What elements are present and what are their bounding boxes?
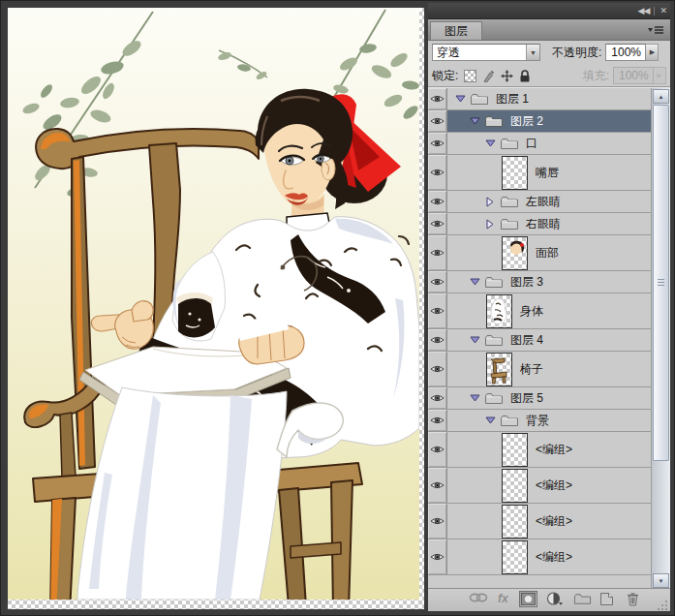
layer-row[interactable]: 图层 1: [428, 88, 670, 110]
opacity-arrow-button[interactable]: ▶: [646, 44, 659, 61]
delete-layer-button[interactable]: [627, 592, 639, 606]
new-group-button[interactable]: [573, 592, 592, 605]
visibility-toggle[interactable]: [428, 155, 447, 190]
visibility-toggle[interactable]: [428, 293, 447, 328]
visibility-toggle[interactable]: [428, 410, 447, 431]
layer-row-selected[interactable]: 图层 2: [428, 110, 670, 133]
layer-row[interactable]: 图层 4: [428, 329, 670, 352]
tab-layers[interactable]: 图层: [430, 21, 482, 40]
visibility-toggle[interactable]: [428, 88, 447, 109]
add-layer-mask-button[interactable]: [519, 591, 537, 607]
layer-thumbnail[interactable]: [502, 469, 528, 503]
visibility-toggle[interactable]: [428, 235, 447, 270]
layer-label: 图层 3: [510, 274, 543, 291]
layer-list: 图层 1 图层 2 口: [428, 87, 670, 588]
layer-row[interactable]: 嘴唇: [428, 155, 670, 191]
move-icon: [501, 70, 513, 82]
opacity-value: 100%: [611, 46, 641, 59]
visibility-toggle[interactable]: [428, 191, 447, 212]
expand-toggle[interactable]: [454, 93, 466, 105]
new-layer-button[interactable]: [599, 592, 614, 606]
layer-thumbnail[interactable]: [502, 433, 528, 467]
layer-row[interactable]: 身体: [428, 293, 670, 329]
expand-toggle[interactable]: [484, 415, 496, 426]
eye-icon: [430, 168, 445, 177]
layer-row[interactable]: 面部: [428, 235, 670, 271]
panel-titlebar: ◀◀ ✕: [428, 3, 670, 19]
layer-row[interactable]: 图层 3: [428, 271, 670, 293]
new-layer-icon: [599, 592, 614, 606]
scroll-down-button[interactable]: ▼: [653, 573, 669, 588]
panel-bottom-toolbar: fx: [428, 588, 670, 611]
layer-thumbnail[interactable]: [486, 294, 512, 328]
visibility-toggle[interactable]: [428, 271, 447, 293]
folder-icon: [484, 391, 504, 405]
layer-row[interactable]: 右眼睛: [428, 213, 670, 235]
chevron-down-icon[interactable]: ▼: [526, 45, 539, 60]
visibility-toggle[interactable]: [428, 539, 447, 574]
scrollbar-thumb[interactable]: [653, 105, 669, 461]
expand-toggle[interactable]: [469, 334, 480, 346]
lock-paint-button[interactable]: [481, 69, 495, 82]
layer-label: 椅子: [520, 361, 543, 378]
layer-row[interactable]: <编组>: [428, 539, 670, 575]
lock-all-button[interactable]: [518, 69, 532, 82]
lock-label: 锁定:: [432, 68, 458, 84]
layer-thumbnail[interactable]: [502, 156, 528, 190]
panel-resize-grip[interactable]: [657, 598, 668, 609]
adjustment-layer-button[interactable]: [546, 592, 564, 606]
close-panel-button[interactable]: ✕: [660, 6, 666, 15]
panel-menu-button[interactable]: [647, 24, 664, 36]
layer-label: <编组>: [536, 442, 572, 458]
eye-icon: [430, 277, 445, 287]
lock-position-button[interactable]: [500, 69, 513, 82]
expand-toggle[interactable]: [484, 138, 496, 149]
visibility-toggle[interactable]: [428, 133, 447, 154]
layer-mask-icon: [519, 591, 537, 607]
fill-value: 100%: [619, 69, 649, 82]
menu-icon: [648, 25, 663, 36]
layer-row[interactable]: <编组>: [428, 432, 670, 468]
eye-icon: [430, 364, 445, 374]
layer-row[interactable]: 椅子: [428, 352, 670, 387]
layer-label: 背景: [526, 413, 549, 429]
expand-toggle[interactable]: [469, 392, 480, 404]
expand-toggle-collapsed[interactable]: [484, 218, 496, 230]
lock-transparency-button[interactable]: [463, 69, 476, 82]
visibility-toggle[interactable]: [428, 468, 447, 503]
transparency-checker-icon: [464, 70, 476, 82]
expand-toggle[interactable]: [469, 276, 480, 288]
layer-row[interactable]: 背景: [428, 410, 670, 432]
layer-row[interactable]: 左眼睛: [428, 191, 670, 213]
visibility-toggle[interactable]: [428, 110, 447, 132]
layer-row[interactable]: 图层 5: [428, 387, 670, 410]
expand-toggle-collapsed[interactable]: [484, 196, 496, 207]
visibility-toggle[interactable]: [428, 387, 447, 409]
canvas-area[interactable]: [8, 8, 424, 609]
visibility-toggle[interactable]: [428, 352, 447, 386]
collapse-panels-button[interactable]: ◀◀: [638, 6, 650, 15]
layer-style-button[interactable]: fx: [498, 592, 508, 605]
layer-row[interactable]: 口: [428, 133, 670, 155]
visibility-toggle[interactable]: [428, 504, 447, 539]
layer-row[interactable]: <编组>: [428, 468, 670, 504]
visibility-toggle[interactable]: [428, 329, 447, 351]
blend-mode-select[interactable]: 穿透 ▼: [432, 44, 540, 61]
layer-thumbnail[interactable]: [486, 353, 512, 386]
scroll-up-button[interactable]: ▲: [653, 89, 669, 104]
visibility-toggle[interactable]: [428, 432, 447, 467]
layer-row[interactable]: <编组>: [428, 504, 670, 539]
layer-thumbnail[interactable]: [502, 236, 528, 270]
eye-icon: [430, 248, 445, 258]
opacity-input[interactable]: 100%: [605, 44, 646, 61]
eye-icon: [430, 306, 445, 316]
eye-icon: [430, 445, 445, 454]
link-layers-button[interactable]: [469, 592, 488, 603]
layer-thumbnail[interactable]: [502, 505, 528, 539]
folder-icon: [500, 137, 519, 150]
layer-thumbnail[interactable]: [502, 540, 528, 574]
expand-toggle[interactable]: [469, 115, 480, 127]
visibility-toggle[interactable]: [428, 213, 447, 234]
body-thumbnail-art: [487, 295, 511, 327]
face-thumbnail-art: [503, 237, 527, 269]
